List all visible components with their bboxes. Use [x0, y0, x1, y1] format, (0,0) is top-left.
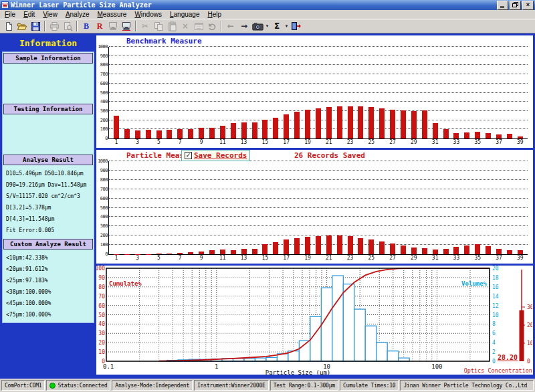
analyse-result-header: Analyse Result — [3, 155, 93, 165]
connected-indicator-icon — [49, 383, 56, 389]
bold-red-r-button[interactable]: R — [93, 20, 106, 32]
save-records-checkbox[interactable]: ✓ — [185, 152, 192, 159]
sigma-button[interactable]: Σ — [270, 20, 284, 32]
restore-button[interactable] — [510, 1, 521, 10]
bar-slot: 21 — [324, 47, 334, 138]
x-axis-label: 35 — [474, 139, 481, 145]
menu-item-view[interactable]: View — [39, 11, 62, 18]
save-records-label[interactable]: Save Records — [194, 151, 247, 160]
measuring-chart: Particle Measuring ✓ Save Records 26 Rec… — [96, 150, 533, 264]
cut-icon: ✂ — [142, 22, 148, 30]
svg-text:18: 18 — [492, 275, 499, 281]
bar — [518, 250, 523, 254]
save-file-button[interactable] — [29, 20, 42, 32]
properties-icon — [194, 21, 204, 31]
paste-button[interactable] — [165, 20, 179, 32]
screen-active-button[interactable] — [120, 20, 133, 32]
x-axis-label: 9 — [200, 139, 203, 145]
svg-text:14: 14 — [492, 294, 499, 300]
menu-item-language[interactable]: Language — [166, 11, 204, 18]
copy-button[interactable] — [152, 20, 165, 32]
cut-button[interactable]: ✂ — [138, 20, 152, 32]
bar — [305, 237, 310, 254]
svg-text:20: 20 — [492, 266, 499, 272]
bold-blue-b-icon: B — [84, 22, 89, 30]
new-file-button[interactable] — [2, 20, 15, 32]
y-axis-label: 400 — [96, 99, 108, 104]
bar — [114, 116, 119, 138]
app-icon — [1, 1, 9, 9]
screen-normal-icon — [108, 21, 118, 31]
delete-button[interactable]: × — [179, 20, 192, 32]
bar — [156, 254, 162, 254]
menu-item-edit[interactable]: Edit — [19, 11, 39, 18]
screen-normal-button[interactable] — [106, 20, 120, 32]
statusbar: ComPort:COM1 Status:Connected Analyse-Mo… — [0, 379, 535, 392]
forward-arrow-button[interactable]: → — [237, 20, 251, 32]
bar-slot — [249, 47, 260, 138]
result-line: D90=19.216μm Dav=11.548μm — [6, 179, 90, 191]
bar — [368, 107, 374, 138]
bar — [252, 122, 257, 138]
bar-slot: 23 — [345, 47, 356, 138]
y-axis-label: 800 — [96, 62, 108, 68]
open-file-button[interactable] — [15, 20, 29, 32]
cumulate-axis-labels: 0102030405060708090100 — [96, 266, 105, 365]
svg-text:10: 10 — [527, 340, 532, 347]
camera-dropdown-button[interactable]: ▼ — [264, 20, 270, 32]
properties-button[interactable] — [192, 20, 205, 32]
svg-text:100: 100 — [96, 266, 105, 272]
status-cumulate-times: Cumulate Times:10 — [340, 380, 399, 391]
menu-item-windows[interactable]: Windows — [130, 11, 166, 18]
bar — [177, 129, 183, 138]
print-preview-button[interactable] — [61, 20, 74, 32]
back-arrow-button[interactable]: ← — [224, 20, 237, 32]
x-axis-label: 23 — [347, 139, 354, 145]
bar — [220, 126, 225, 138]
sigma-dropdown-button[interactable]: ▼ — [284, 20, 290, 32]
distribution-chart: 0102030405060708090100024681012141618200… — [96, 266, 533, 375]
bar — [496, 249, 502, 254]
menu-item-meassure[interactable]: Meassure — [93, 11, 130, 18]
bar-series: 13579111315171921232527293133353739 — [111, 161, 526, 254]
close-button[interactable]: × — [522, 1, 534, 10]
bold-blue-b-button[interactable]: B — [80, 20, 93, 32]
bar-slot: 5 — [154, 161, 165, 254]
x-axis-title: Particle Size (μm) — [265, 369, 331, 375]
x-axis-label: 25 — [368, 255, 374, 261]
svg-text:2: 2 — [492, 349, 496, 355]
save-records-control[interactable]: ✓ Save Records — [181, 150, 250, 161]
cumulate-axis-title: Cumulate% — [109, 280, 142, 287]
sample-information-body — [3, 64, 94, 103]
undo-button[interactable] — [205, 20, 219, 32]
print-button[interactable] — [47, 20, 61, 32]
status-comport: ComPort:COM1 — [1, 380, 45, 391]
bar-slot — [504, 47, 515, 138]
bar-slot — [185, 47, 196, 138]
bar-slot — [398, 161, 409, 254]
bar-slot — [143, 161, 154, 254]
result-line: <45μm:100.000% — [6, 298, 90, 309]
minimize-button[interactable] — [497, 1, 508, 10]
y-axis-label: 500 — [96, 205, 108, 211]
bar — [433, 123, 438, 138]
bar — [241, 249, 247, 254]
bar — [284, 114, 289, 138]
benchmark-plot: 0100200300400500600700800900100013579111… — [108, 47, 528, 139]
x-axis-label: 29 — [411, 255, 417, 261]
y-axis-label: 600 — [96, 81, 108, 86]
menu-item-help[interactable]: Help — [203, 11, 225, 18]
bar-slot: 31 — [430, 161, 441, 254]
bar — [241, 122, 247, 138]
menu-item-analyze[interactable]: Analyze — [62, 11, 94, 18]
bar — [486, 133, 491, 138]
x-axis-label: 17 — [283, 139, 290, 145]
menu-item-file[interactable]: File — [1, 11, 19, 18]
exit-button[interactable] — [290, 20, 303, 32]
bar-slot — [355, 47, 366, 138]
bar — [379, 241, 385, 254]
toolbar-separator — [44, 21, 45, 31]
svg-text:4: 4 — [492, 340, 496, 346]
result-line: <38μm:100.000% — [6, 286, 90, 298]
camera-button[interactable] — [251, 20, 264, 32]
